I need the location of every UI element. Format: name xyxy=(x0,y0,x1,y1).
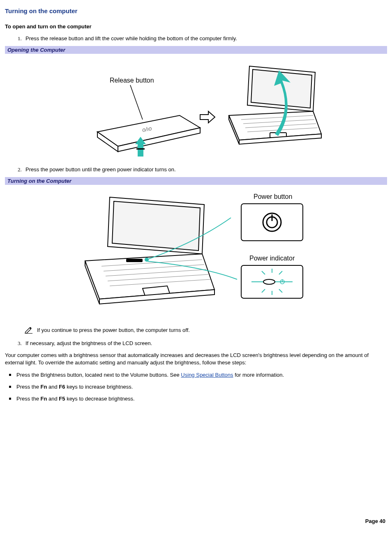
label-power-indicator: Power indicator xyxy=(249,255,295,262)
figure-caption-opening: Opening the Computer xyxy=(5,46,387,54)
step-1: Press the release button and lift the co… xyxy=(23,35,387,42)
step-2-text: Press the power button until the green p… xyxy=(25,166,176,173)
step-3-text: If necessary, adjust the brightness of t… xyxy=(25,340,152,346)
label-release-button: Release button xyxy=(110,77,154,84)
svg-rect-31 xyxy=(241,204,303,241)
link-using-special-buttons[interactable]: Using Special Buttons xyxy=(181,372,233,378)
svg-point-43 xyxy=(263,279,275,284)
svg-line-0 xyxy=(130,85,143,120)
figure-caption-turning-on: Turning on the Computer xyxy=(5,177,387,185)
note-text: If you continue to press the power butto… xyxy=(37,327,190,333)
svg-rect-6 xyxy=(136,148,145,150)
figure-opening-computer: Release button o/ıo xyxy=(5,54,387,166)
note: If you continue to press the power butto… xyxy=(25,326,387,334)
section-title: Turning on the computer xyxy=(5,7,387,14)
bullet-increase-brightness: Press the Fn and F6 keys to increase bri… xyxy=(9,384,387,390)
brightness-intro: Your computer comes with a brightness se… xyxy=(5,352,387,366)
svg-rect-29 xyxy=(126,259,143,262)
label-power-button: Power button xyxy=(254,193,292,200)
note-pencil-icon xyxy=(25,326,33,334)
page-number: Page 40 xyxy=(365,518,385,524)
figure-turning-on-computer: Power button Power indicator xyxy=(5,185,387,322)
bullet-decrease-brightness: Press the Fn and F5 keys to decrease bri… xyxy=(9,396,387,402)
sub-heading: To open and turn on the computer xyxy=(5,23,387,30)
step-2: Press the power button until the green p… xyxy=(23,166,387,173)
step-3: If necessary, adjust the brightness of t… xyxy=(23,340,387,347)
step-1-text: Press the release button and lift the co… xyxy=(25,35,237,41)
svg-marker-7 xyxy=(200,111,215,123)
bullet-brightness-button: Press the Brightness button, located nex… xyxy=(9,372,387,378)
